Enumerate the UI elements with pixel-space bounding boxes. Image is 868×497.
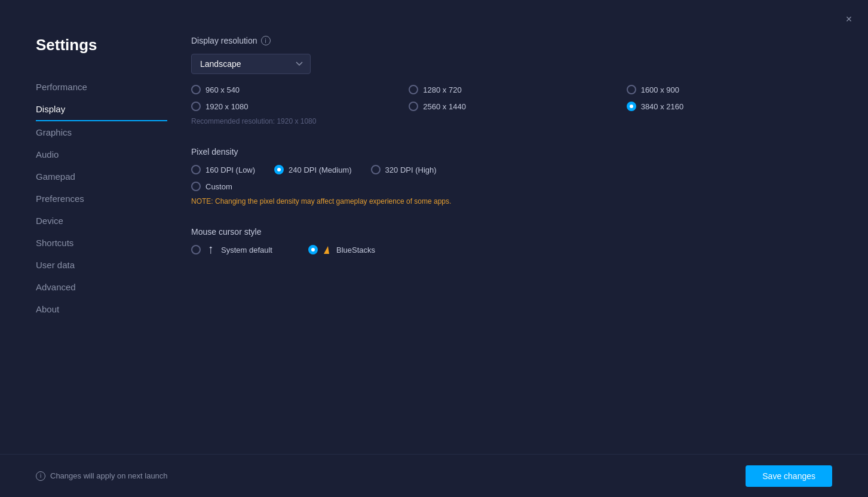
dpi-160[interactable]: 160 DPI (Low) [191,165,255,174]
radio-1600x900[interactable] [627,85,636,94]
resolution-1600x900[interactable]: 1600 x 900 [627,85,832,94]
resolution-960x540[interactable]: 960 x 540 [191,85,397,94]
resolution-info-icon: i [261,36,271,45]
sidebar-item-preferences[interactable]: Preferences [36,188,167,210]
cursor-bluestacks[interactable]: BlueStacks [308,245,375,254]
sidebar-item-user-data[interactable]: User data [36,254,167,276]
pixel-density-title: Pixel density [191,147,832,157]
radio-cursor-bluestacks[interactable] [308,245,318,254]
resolution-grid: 960 x 540 1280 x 720 1600 x 900 1920 x 1… [191,85,832,111]
radio-2560x1440[interactable] [409,102,418,111]
save-changes-button[interactable]: Save changes [746,465,832,487]
sidebar-item-advanced[interactable]: Advanced [36,276,167,298]
footer-note: i Changes will apply on next launch [36,471,168,481]
sidebar-item-performance[interactable]: Performance [36,76,167,98]
sidebar-item-gamepad[interactable]: Gamepad [36,165,167,188]
recommended-resolution-text: Recommended resolution: 1920 x 1080 [191,117,832,125]
cursor-section-title: Mouse cursor style [191,227,832,237]
system-cursor-icon: ⭡ [207,245,215,254]
resolution-1920x1080[interactable]: 1920 x 1080 [191,102,397,111]
resolution-1280x720[interactable]: 1280 x 720 [409,85,614,94]
cursor-system-default[interactable]: ⭡ System default [191,245,272,254]
footer: i Changes will apply on next launch Save… [0,454,868,497]
radio-dpi-160[interactable] [191,165,201,174]
sidebar-item-shortcuts[interactable]: Shortcuts [36,232,167,254]
dpi-custom[interactable]: Custom [191,182,832,191]
resolution-section: Display resolution i Landscape Portrait … [191,36,832,125]
cursor-section: Mouse cursor style ⭡ System default Blue… [191,227,832,254]
page-title: Settings [36,36,167,54]
settings-container: Settings Performance Display Graphics Au… [0,0,868,497]
sidebar-item-display[interactable]: Display [36,98,167,121]
radio-dpi-240[interactable] [274,165,284,174]
dpi-320[interactable]: 320 DPI (High) [371,165,437,174]
radio-dpi-custom[interactable] [191,182,201,191]
pixel-density-section: Pixel density 160 DPI (Low) 240 DPI (Med… [191,147,832,205]
pixel-density-note: NOTE: Changing the pixel density may aff… [191,197,832,205]
sidebar-item-audio[interactable]: Audio [36,143,167,165]
orientation-dropdown[interactable]: Landscape Portrait [191,54,311,74]
radio-dpi-320[interactable] [371,165,381,174]
close-button[interactable]: × [841,11,857,27]
sidebar-item-graphics[interactable]: Graphics [36,121,167,143]
sidebar-item-device[interactable]: Device [36,210,167,232]
pixel-density-row: 160 DPI (Low) 240 DPI (Medium) 320 DPI (… [191,165,832,174]
radio-3840x2160[interactable] [627,102,636,111]
sidebar-nav: Performance Display Graphics Audio Gamep… [36,76,167,320]
radio-960x540[interactable] [191,85,201,94]
radio-cursor-system[interactable] [191,245,201,254]
resolution-2560x1440[interactable]: 2560 x 1440 [409,102,614,111]
orientation-dropdown-wrapper: Landscape Portrait [191,54,832,74]
radio-1920x1080[interactable] [191,102,201,111]
cursor-options-row: ⭡ System default BlueStacks [191,245,832,254]
sidebar: Settings Performance Display Graphics Au… [0,36,167,497]
footer-info-icon: i [36,471,45,481]
resolution-3840x2160[interactable]: 3840 x 2160 [627,102,832,111]
bluestacks-cursor-icon [324,246,329,254]
resolution-section-title: Display resolution i [191,36,832,45]
dpi-240[interactable]: 240 DPI (Medium) [274,165,351,174]
main-content: Display resolution i Landscape Portrait … [167,36,868,497]
radio-1280x720[interactable] [409,85,418,94]
sidebar-item-about[interactable]: About [36,298,167,320]
